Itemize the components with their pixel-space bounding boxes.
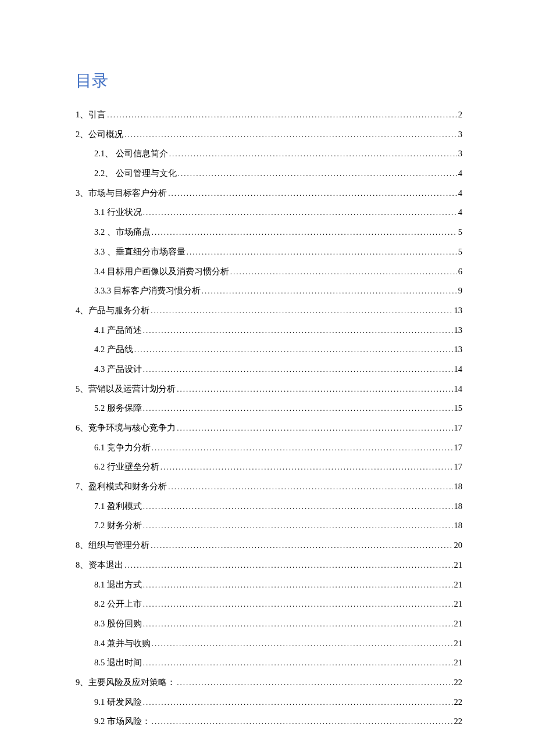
toc-entry-page: 14 — [454, 382, 463, 396]
toc-entry[interactable]: 2、公司概况3 — [76, 128, 462, 141]
toc-entry[interactable]: 6.2 行业壁垒分析17 — [76, 460, 462, 474]
toc-entry-label: 8、组织与管理分析 — [76, 539, 149, 552]
toc-entry-page: 22 — [454, 676, 463, 689]
toc-entry-page: 9 — [458, 284, 462, 298]
toc-entry-page: 18 — [454, 480, 463, 493]
toc-entry[interactable]: 6、竞争环境与核心竞争力17 — [76, 421, 462, 435]
toc-entry-page: 13 — [454, 343, 463, 356]
toc-entry-page: 20 — [454, 539, 463, 552]
toc-entry[interactable]: 8.5 退出时间21 — [76, 656, 462, 669]
toc-leader-dots — [124, 560, 452, 572]
toc-entry-label: 6.1 竞争力分析 — [94, 441, 151, 454]
toc-entry-label: 2.1、 公司信息简介 — [94, 147, 168, 160]
toc-leader-dots — [177, 422, 452, 435]
toc-entry-label: 4.1 产品简述 — [94, 324, 142, 337]
toc-leader-dots — [152, 716, 453, 728]
toc-title: 目录 — [76, 70, 462, 92]
toc-entry[interactable]: 8.2 公开上市21 — [76, 597, 462, 611]
toc-entry[interactable]: 9.2 市场风险：22 — [76, 715, 462, 728]
toc-entry[interactable]: 9.1 研发风险22 — [76, 696, 462, 709]
toc-entry[interactable]: 8.1 退出方式21 — [76, 578, 462, 592]
toc-leader-dots — [143, 325, 453, 337]
toc-entry-label: 5、营销以及运营计划分析 — [76, 382, 176, 396]
toc-entry-label: 8.4 兼并与收购 — [94, 637, 151, 650]
toc-leader-dots — [178, 168, 457, 180]
toc-entry[interactable]: 8、资本退出21 — [76, 558, 462, 572]
toc-entry-label: 3、市场与目标客户分析 — [76, 187, 167, 200]
toc-entry-page: 6 — [458, 265, 462, 278]
toc-entry-page: 21 — [454, 637, 463, 650]
toc-leader-dots — [143, 364, 453, 376]
toc-leader-dots — [151, 305, 452, 317]
toc-entry[interactable]: 4、产品与服务分析13 — [76, 304, 462, 317]
toc-entry[interactable]: 1、引言2 — [76, 108, 462, 121]
toc-leader-dots — [143, 657, 453, 669]
toc-entry-label: 5.2 服务保障 — [94, 402, 142, 415]
toc-entry[interactable]: 8、组织与管理分析20 — [76, 539, 462, 552]
toc-entry[interactable]: 8.4 兼并与收购21 — [76, 637, 462, 650]
toc-leader-dots — [230, 266, 457, 278]
toc-leader-dots — [160, 461, 453, 474]
table-of-contents: 1、引言22、公司概况32.1、 公司信息简介32.2、 公司管理与文化43、市… — [76, 108, 462, 729]
toc-entry-label: 3.1 行业状况 — [94, 206, 142, 219]
toc-entry-label: 2、公司概况 — [76, 128, 123, 141]
toc-entry-label: 4.2 产品线 — [94, 343, 133, 356]
toc-leader-dots — [143, 697, 453, 709]
toc-entry[interactable]: 3.4 目标用户画像以及消费习惯分析6 — [76, 265, 462, 278]
toc-entry-label: 8.5 退出时间 — [94, 656, 142, 669]
toc-leader-dots — [152, 442, 453, 454]
toc-leader-dots — [143, 207, 457, 219]
toc-entry-page: 17 — [454, 421, 463, 435]
toc-entry-page: 13 — [454, 324, 463, 337]
toc-leader-dots — [124, 129, 457, 141]
toc-entry-label: 7.1 盈利模式 — [94, 500, 142, 513]
toc-entry[interactable]: 4.3 产品设计14 — [76, 363, 462, 376]
toc-leader-dots — [143, 520, 453, 532]
toc-entry[interactable]: 4.2 产品线13 — [76, 343, 462, 356]
toc-entry[interactable]: 3.1 行业状况4 — [76, 206, 462, 219]
toc-entry[interactable]: 5、营销以及运营计划分析14 — [76, 382, 462, 396]
toc-entry-label: 2.2、 公司管理与文化 — [94, 167, 177, 180]
toc-entry[interactable]: 3.3 、垂直细分市场容量5 — [76, 245, 462, 259]
toc-entry-label: 3.2 、市场痛点 — [94, 225, 151, 239]
toc-entry[interactable]: 3、市场与目标客户分析4 — [76, 187, 462, 200]
toc-entry-page: 4 — [458, 167, 462, 180]
toc-leader-dots — [143, 501, 453, 513]
toc-entry-label: 8.3 股份回购 — [94, 617, 142, 630]
toc-entry-page: 21 — [454, 578, 463, 592]
toc-entry-label: 3.3.3 目标客户消费习惯分析 — [94, 284, 201, 298]
toc-entry-label: 8、资本退出 — [76, 558, 123, 572]
toc-entry[interactable]: 8.3 股份回购21 — [76, 617, 462, 630]
toc-leader-dots — [202, 285, 457, 298]
toc-leader-dots — [152, 638, 453, 650]
toc-entry[interactable]: 7、盈利模式和财务分析18 — [76, 480, 462, 493]
toc-leader-dots — [143, 579, 453, 592]
toc-entry-label: 6.2 行业壁垒分析 — [94, 460, 159, 474]
toc-entry-label: 4、产品与服务分析 — [76, 304, 149, 317]
toc-entry-page: 18 — [454, 500, 463, 513]
toc-entry[interactable]: 7.2 财务分析18 — [76, 519, 462, 532]
toc-entry[interactable]: 6.1 竞争力分析17 — [76, 441, 462, 454]
toc-leader-dots — [152, 227, 457, 239]
toc-entry-label: 9.1 研发风险 — [94, 696, 142, 709]
toc-entry-label: 9、主要风险及应对策略： — [76, 676, 176, 689]
toc-entry-page: 5 — [458, 245, 462, 259]
toc-entry-label: 3.4 目标用户画像以及消费习惯分析 — [94, 265, 229, 278]
toc-entry[interactable]: 2.1、 公司信息简介3 — [76, 147, 462, 160]
toc-leader-dots — [134, 344, 453, 356]
toc-entry[interactable]: 3.2 、市场痛点5 — [76, 225, 462, 239]
toc-entry[interactable]: 3.3.3 目标客户消费习惯分析9 — [76, 284, 462, 298]
toc-entry-label: 7.2 财务分析 — [94, 519, 142, 532]
toc-entry-label: 6、竞争环境与核心竞争力 — [76, 421, 176, 435]
toc-entry[interactable]: 5.2 服务保障15 — [76, 402, 462, 415]
toc-entry-page: 15 — [454, 402, 463, 415]
toc-leader-dots — [143, 599, 453, 611]
toc-entry[interactable]: 4.1 产品简述13 — [76, 324, 462, 337]
toc-entry[interactable]: 7.1 盈利模式18 — [76, 500, 462, 513]
toc-entry[interactable]: 9、主要风险及应对策略：22 — [76, 676, 462, 689]
toc-entry-page: 5 — [458, 225, 462, 239]
toc-entry-page: 21 — [454, 656, 463, 669]
toc-entry[interactable]: 2.2、 公司管理与文化4 — [76, 167, 462, 180]
toc-leader-dots — [168, 481, 452, 493]
toc-entry-page: 17 — [454, 441, 463, 454]
